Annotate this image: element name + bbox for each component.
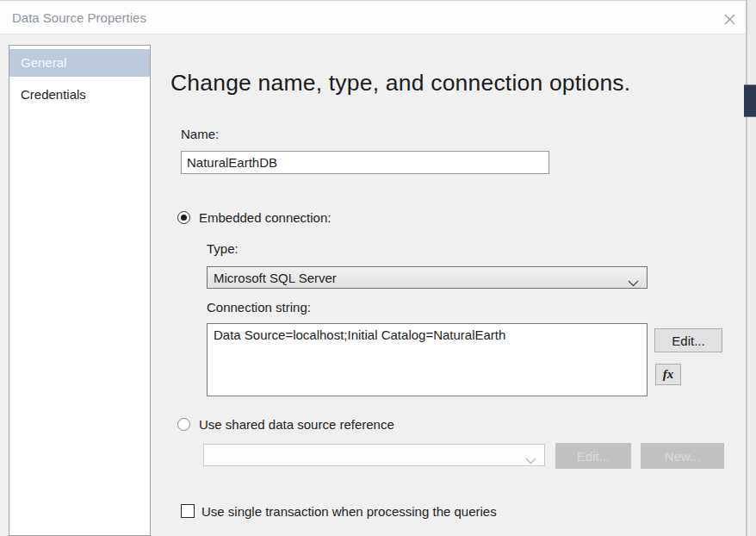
name-label: Name: (181, 127, 219, 141)
new-shared-button[interactable]: New... (641, 443, 724, 469)
chevron-down-icon (628, 275, 639, 290)
shared-reference-label: Use shared data source reference (199, 417, 394, 432)
edit-shared-button[interactable]: Edit... (555, 443, 631, 469)
sidebar-item-general[interactable]: General (9, 49, 150, 77)
right-edge-border (746, 0, 747, 536)
type-dropdown[interactable]: Microsoft SQL Server (207, 266, 648, 289)
right-edge-strip (747, 0, 756, 536)
right-accent-bar (744, 84, 756, 117)
title-bar: Data Source Properties (0, 0, 746, 34)
embedded-connection-label: Embedded connection: (199, 210, 331, 225)
data-source-properties-dialog: Data Source Properties General Credentia… (0, 0, 756, 536)
shared-reference-radio[interactable] (177, 418, 190, 431)
shared-reference-dropdown[interactable] (203, 444, 545, 466)
embedded-connection-radio[interactable] (177, 211, 190, 224)
connection-string-input[interactable]: Data Source=localhost;Initial Catalog=Na… (207, 323, 648, 396)
window-title: Data Source Properties (12, 1, 146, 35)
chevron-down-icon (525, 452, 536, 467)
page-list: General Credentials (9, 45, 151, 536)
expression-fx-button[interactable]: fx (655, 364, 681, 385)
connection-string-label: Connection string: (207, 300, 311, 315)
type-dropdown-value: Microsoft SQL Server (214, 271, 337, 285)
type-label: Type: (207, 241, 239, 256)
single-transaction-label: Use single transaction when processing t… (201, 504, 497, 519)
edit-connection-button[interactable]: Edit... (654, 328, 722, 352)
sidebar-item-credentials[interactable]: Credentials (9, 82, 150, 108)
page-title: Change name, type, and connection option… (170, 70, 630, 97)
name-input[interactable] (181, 151, 549, 174)
single-transaction-checkbox[interactable] (181, 504, 195, 518)
close-icon[interactable] (722, 11, 737, 27)
